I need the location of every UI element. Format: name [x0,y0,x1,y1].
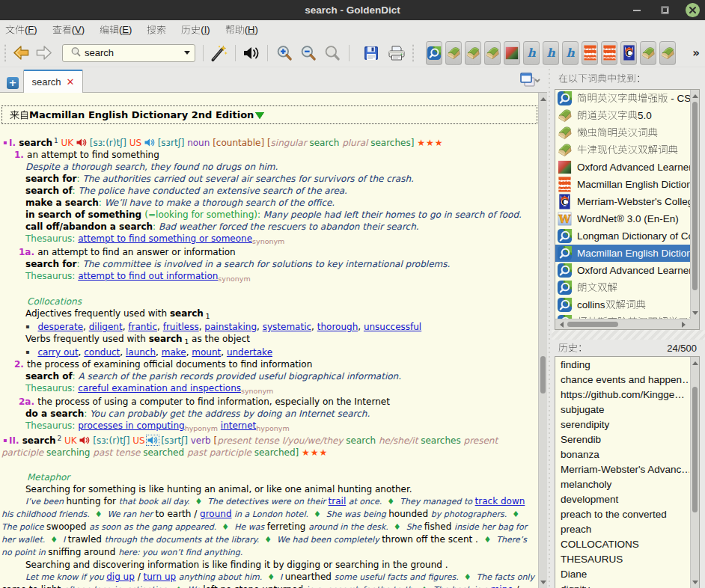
minimize-button[interactable] [630,4,644,17]
dict-group-button-13[interactable] [659,41,676,65]
article-link[interactable]: trail [329,496,347,506]
scroll-down-icon[interactable] [539,577,547,587]
scroll-down-icon[interactable] [691,577,699,587]
scroll-up-icon[interactable] [539,94,547,104]
zoom-in-button[interactable] [272,42,296,64]
back-button[interactable] [10,42,32,64]
menu-help[interactable]: (H) [218,22,266,37]
dict-group-button-3[interactable] [465,41,481,65]
dict-group-button-10[interactable] [601,41,617,65]
dictbar-drag-handle[interactable] [410,43,416,63]
article-link[interactable]: dig up [106,572,135,582]
history-item[interactable]: development [555,491,689,506]
article-scrollbar[interactable] [538,93,547,588]
speaker-icon[interactable] [79,435,90,446]
dictionary-item[interactable]: 5.0 [555,107,692,124]
scroll-right-icon[interactable] [678,319,689,329]
article-link[interactable]: mine [491,584,513,588]
zoom-out-button[interactable] [296,42,320,64]
article-link[interactable]: carry out [37,347,78,358]
history-item[interactable]: preach [555,521,689,536]
collapse-triangle-icon[interactable] [255,112,264,119]
history-item[interactable]: COLLOCATIONS [555,536,689,551]
article-scroll-thumb[interactable] [540,356,546,393]
dict-group-button-6[interactable]: h [523,41,540,65]
article-link[interactable]: careful examination and inspections [78,383,241,393]
dictionary-item[interactable]: Longman Dictionary of Contemporary Engli… [555,227,692,245]
save-article-button[interactable] [360,42,382,64]
history-item[interactable]: subjugate [555,402,689,417]
menu-history[interactable]: (I) [174,22,217,37]
article-link[interactable]: diligent [89,322,123,332]
article-link[interactable]: make [162,347,186,358]
dictionary-item[interactable]: Macmillan English Dictionary 2nd Edition [555,245,692,262]
dict-group-button-9[interactable] [582,41,598,65]
toolbar-drag-handle[interactable] [2,43,8,63]
dictionary-item[interactable]: collins [555,296,692,313]
dictionary-item[interactable] [555,124,692,141]
history-item[interactable]: chance events and happen… [555,372,689,387]
dictionary-item[interactable]: Oxford Advanced Learner's Dictionary [555,159,692,176]
translate-word-input[interactable] [82,47,184,58]
close-button[interactable] [686,3,700,17]
zoom-reset-button[interactable] [320,42,344,64]
dictlist-scroll-thumb[interactable] [692,102,698,290]
dictlist-scrollbar[interactable] [690,90,699,319]
dict-group-button-8[interactable]: h [562,41,579,65]
scroll-up-icon[interactable] [691,358,699,368]
article-link[interactable]: attempt to find out information [78,271,218,281]
scroll-down-icon[interactable] [691,307,699,318]
history-list[interactable]: findingchance events and happen…https://… [555,356,700,588]
tab-search[interactable]: search ✕ [23,70,83,93]
article-link[interactable]: processes in computing [78,420,184,431]
dictbar-overflow-button[interactable]: » [692,46,700,60]
article-link[interactable]: undertake [227,347,272,358]
article-link[interactable]: conduct [84,347,120,358]
menu-file[interactable]: (F) [5,22,45,37]
speaker-icon[interactable] [147,435,158,446]
dict-group-button-5[interactable] [504,41,520,65]
dict-group-button-7[interactable]: h [543,41,559,65]
menu-edit[interactable]: (E) [92,22,139,37]
dictionary-item[interactable] [555,141,692,159]
history-item[interactable]: preach to the converted [555,506,689,521]
scroll-up-icon[interactable] [691,91,699,101]
dict-group-button-11[interactable]: C [620,41,637,65]
article-link[interactable]: frantic [128,322,157,332]
found-dictionaries-list[interactable]: - CSS 5.0Oxford Advanced Learner's Dicti… [555,89,700,330]
history-item[interactable]: dignity [555,581,689,588]
article-link[interactable]: track down [475,496,525,506]
scroll-left-icon[interactable] [556,319,567,329]
article-link[interactable]: thorough [317,322,358,332]
history-item[interactable]: https://github.com/Kingge… [555,387,689,402]
menu-view[interactable]: (V) [45,22,92,37]
print-button[interactable] [385,42,408,64]
add-tab-button[interactable]: + [7,77,19,89]
window-mode-button[interactable] [518,73,540,89]
dictionary-item[interactable]: Oxford Advanced Learner's Dictionary 8th… [555,262,692,279]
dict-group-button-2[interactable] [445,41,462,65]
history-item[interactable]: finding [555,357,689,372]
history-item[interactable]: melancholy [555,477,689,491]
dictlist-hscroll-thumb[interactable] [567,322,618,327]
dict-group-button-4[interactable] [484,41,501,65]
history-item[interactable]: THESAURUS [555,551,689,566]
speaker-icon[interactable] [144,138,155,148]
article-link[interactable]: ground [200,509,231,519]
article-link[interactable]: attempt to find something or someone [78,233,252,244]
translate-word-combobox[interactable] [62,44,195,62]
sound-button[interactable] [240,42,263,64]
speaker-icon[interactable] [76,138,87,148]
article-link[interactable]: painstaking [204,322,257,332]
dictionary-item[interactable]: CMerriam-Webster's Collegiate Dictionary [555,193,692,210]
history-item[interactable]: serendipity [555,417,689,432]
history-item[interactable]: bonanza [555,447,689,462]
history-item[interactable]: Diane [555,566,689,581]
pronounce-button[interactable] [208,42,231,64]
horizontal-splitter[interactable] [552,330,705,340]
history-item[interactable]: Serendib [555,432,689,447]
forward-button[interactable] [32,42,55,64]
history-scrollbar[interactable] [690,357,699,588]
article-link[interactable]: unsuccessful [364,322,421,332]
tab-close-icon[interactable]: ✕ [67,77,75,87]
